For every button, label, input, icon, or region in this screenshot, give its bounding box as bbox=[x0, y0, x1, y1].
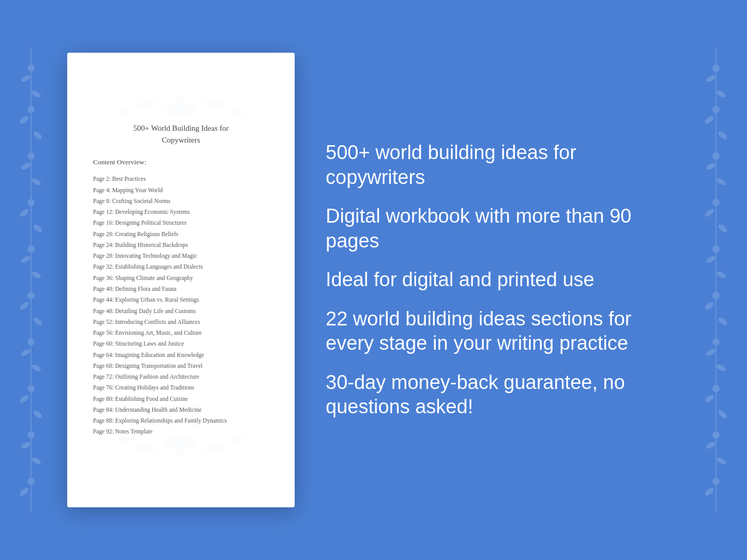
svg-point-67 bbox=[204, 94, 209, 99]
toc-label: Imagining Education and Knowledge bbox=[115, 352, 204, 358]
page-number: Page 60: bbox=[93, 340, 114, 347]
toc-label: Structuring Laws and Justice bbox=[115, 340, 184, 347]
table-of-contents-item: Page 88: Exploring Relationships and Fam… bbox=[93, 415, 269, 426]
svg-point-63 bbox=[117, 106, 131, 118]
page-number: Page 40: bbox=[93, 286, 114, 292]
page-number: Page 4: bbox=[93, 187, 111, 193]
page-number: Page 16: bbox=[93, 220, 114, 226]
toc-label: Creating Holidays and Traditions bbox=[115, 384, 194, 391]
toc-label: Notes Template bbox=[115, 428, 153, 434]
svg-point-61 bbox=[134, 98, 155, 112]
svg-point-75 bbox=[204, 453, 209, 458]
page-number: Page 32: bbox=[93, 263, 114, 270]
svg-point-69 bbox=[134, 441, 155, 455]
toc-label: Defining Flora and Fauna bbox=[115, 286, 177, 292]
table-of-contents-item: Page 84: Understanding Health and Medici… bbox=[93, 405, 269, 415]
feature-item: 30-day money-back guarantee, no question… bbox=[326, 370, 680, 419]
toc-label: Understanding Health and Medicine bbox=[115, 407, 202, 413]
document-title: 500+ World Building Ideas for Copywriter… bbox=[93, 122, 269, 146]
page-number: Page 2: bbox=[93, 176, 111, 182]
page-number: Page 64: bbox=[93, 352, 114, 358]
document-mockup: 500+ World Building Ideas for Copywriter… bbox=[67, 53, 295, 507]
table-of-contents-item: Page 80: Establishing Food and Cuisine bbox=[93, 394, 269, 405]
svg-point-73 bbox=[177, 449, 185, 457]
page-number: Page 36: bbox=[93, 275, 114, 281]
feature-item: 500+ world building ideas for copywriter… bbox=[326, 141, 680, 190]
page-number: Page 84: bbox=[93, 407, 114, 413]
svg-point-65 bbox=[177, 95, 185, 103]
page-number: Page 48: bbox=[93, 308, 114, 314]
page-number: Page 52: bbox=[93, 319, 114, 325]
table-of-contents-item: Page 12: Developing Economic Systems bbox=[93, 207, 269, 217]
toc-label: Building Historical Backdrops bbox=[115, 242, 188, 248]
page-number: Page 88: bbox=[93, 417, 114, 424]
page-number: Page 80: bbox=[93, 396, 114, 402]
toc-label: Shaping Climate and Geography bbox=[115, 275, 193, 281]
table-of-contents-item: Page 20: Creating Religious Beliefs bbox=[93, 229, 269, 240]
svg-point-64 bbox=[231, 106, 245, 118]
feature-item: Ideal for digital and printed use bbox=[326, 268, 680, 292]
table-of-contents-item: Page 64: Imagining Education and Knowled… bbox=[93, 350, 269, 361]
table-of-contents-item: Page 24: Building Historical Backdrops bbox=[93, 240, 269, 251]
toc-label: Crafting Societal Norms bbox=[112, 198, 170, 204]
toc-label: Establishing Food and Cuisine bbox=[115, 396, 188, 402]
table-of-contents-item: Page 16: Designing Political Structures bbox=[93, 217, 269, 228]
svg-point-60 bbox=[165, 103, 196, 116]
table-of-contents-item: Page 36: Shaping Climate and Geography bbox=[93, 273, 269, 284]
feature-item: Digital workbook with more than 90 pages bbox=[326, 204, 680, 253]
table-of-contents-item: Page 56: Envisioning Art, Music, and Cul… bbox=[93, 328, 269, 338]
toc-label: Creating Religious Beliefs bbox=[115, 231, 178, 237]
svg-point-66 bbox=[153, 94, 158, 99]
table-of-contents-item: Page 60: Structuring Laws and Justice bbox=[93, 338, 269, 349]
table-of-contents-item: Page 68: Designing Transportation and Tr… bbox=[93, 361, 269, 371]
table-of-contents-item: Page 32: Establishing Languages and Dial… bbox=[93, 261, 269, 272]
table-of-contents-item: Page 40: Defining Flora and Fauna bbox=[93, 284, 269, 294]
toc-label: Exploring Urban vs. Rural Settings bbox=[115, 297, 199, 303]
svg-point-68 bbox=[165, 437, 196, 449]
table-of-contents: Page 2: Best PracticesPage 4: Mapping Yo… bbox=[93, 174, 269, 437]
page-number: Page 12: bbox=[93, 209, 114, 215]
page-number: Page 44: bbox=[93, 297, 114, 303]
page-number: Page 92: bbox=[93, 428, 114, 434]
toc-label: Best Practices bbox=[112, 176, 146, 182]
table-of-contents-item: Page 8: Crafting Societal Norms bbox=[93, 196, 269, 207]
toc-label: Designing Political Structures bbox=[115, 220, 187, 226]
page-number: Page 8: bbox=[93, 198, 111, 204]
page-number: Page 76: bbox=[93, 384, 114, 391]
svg-point-70 bbox=[207, 441, 227, 455]
table-of-contents-item: Page 28: Innovating Technology and Magic bbox=[93, 251, 269, 261]
table-of-contents-item: Page 72: Outlining Fashion and Architect… bbox=[93, 371, 269, 382]
page-number: Page 56: bbox=[93, 330, 114, 336]
toc-label: Outlining Fashion and Architecture bbox=[115, 374, 200, 380]
toc-label: Mapping Your World bbox=[112, 187, 163, 193]
toc-label: Innovating Technology and Magic bbox=[115, 253, 197, 259]
content-overview-label: Content Overview: bbox=[93, 158, 269, 166]
toc-label: Envisioning Art, Music, and Culture bbox=[115, 330, 202, 336]
page-number: Page 28: bbox=[93, 253, 114, 259]
toc-label: Detailing Daily Life and Customs bbox=[115, 308, 196, 314]
table-of-contents-item: Page 76: Creating Holidays and Tradition… bbox=[93, 382, 269, 393]
feature-item: 22 world building ideas sections for eve… bbox=[326, 307, 680, 356]
table-of-contents-item: Page 48: Detailing Daily Life and Custom… bbox=[93, 306, 269, 317]
svg-point-74 bbox=[153, 453, 158, 458]
table-of-contents-item: Page 2: Best Practices bbox=[93, 174, 269, 184]
toc-label: Exploring Relationships and Family Dynam… bbox=[115, 417, 227, 424]
page-number: Page 24: bbox=[93, 242, 114, 248]
table-of-contents-item: Page 52: Introducing Conflicts and Allia… bbox=[93, 317, 269, 328]
page-number: Page 20: bbox=[93, 231, 114, 237]
page-number: Page 72: bbox=[93, 374, 114, 380]
svg-point-62 bbox=[207, 98, 227, 112]
feature-text-panel: 500+ world building ideas for copywriter… bbox=[326, 141, 680, 419]
table-of-contents-item: Page 44: Exploring Urban vs. Rural Setti… bbox=[93, 294, 269, 305]
table-of-contents-item: Page 92: Notes Template bbox=[93, 426, 269, 437]
toc-label: Introducing Conflicts and Alliances bbox=[115, 319, 200, 325]
toc-label: Designing Transportation and Travel bbox=[115, 363, 203, 369]
main-content: 500+ World Building Ideas for Copywriter… bbox=[0, 53, 747, 507]
toc-label: Developing Economic Systems bbox=[115, 209, 190, 215]
page-number: Page 68: bbox=[93, 363, 114, 369]
table-of-contents-item: Page 4: Mapping Your World bbox=[93, 185, 269, 196]
toc-label: Establishing Languages and Dialects bbox=[115, 263, 203, 270]
